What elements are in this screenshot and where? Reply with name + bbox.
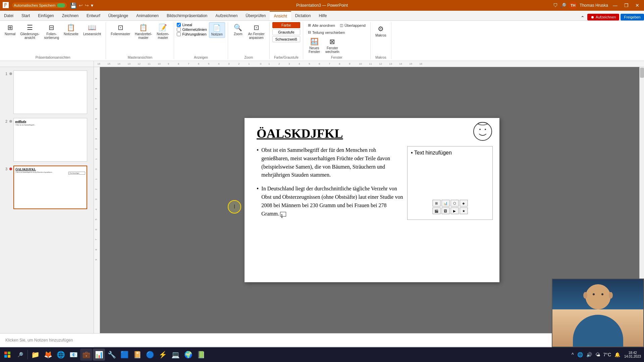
taskbar-app13[interactable]: 🌍 (182, 349, 194, 361)
teilung-button[interactable]: ⊟ Teilung verschieben (306, 29, 347, 36)
makros-button[interactable]: ⚙ Makros (373, 23, 388, 39)
handzettelmaster-button[interactable]: 📋 Handzettel- master (133, 22, 154, 41)
gitternetz-checkbox-label[interactable]: Gitternetzlinien (177, 27, 207, 32)
tab-uebergaenge[interactable]: Übergänge (104, 11, 132, 20)
fenster-wechseln-button[interactable]: ⊠ Fenster wechseln (323, 36, 341, 55)
taskbar-app8[interactable]: 🟦 (118, 349, 130, 361)
slide-preview-3[interactable]: ÖALSKDJFKL • Obst ist ein Sammelbegriff … (13, 166, 87, 209)
ribbon-collapse-icon[interactable]: ⌃ (578, 15, 587, 20)
tab-zeichnen[interactable]: Zeichnen (58, 11, 83, 20)
notizen-button[interactable]: 📄 Notizen (209, 22, 225, 38)
taskbar-app10[interactable]: 🔵 (144, 349, 156, 361)
undo-icon[interactable]: ↩ (79, 3, 83, 8)
insert-media-icon[interactable]: 🎬 (432, 207, 440, 214)
insert-video-icon[interactable]: ▶ (450, 207, 459, 214)
bullet-2-text[interactable]: In Deutschland liegt der durchschnittlic… (261, 185, 403, 218)
normal-label: Normal (5, 32, 15, 36)
folienmaster-button[interactable]: ⊡ Folienmaster (109, 22, 132, 37)
close-button[interactable]: ✕ (633, 3, 641, 8)
neues-fenster-button[interactable]: 🪟 Neues Fenster (306, 36, 323, 55)
insert-3d-icon[interactable]: ◈ (460, 200, 468, 206)
graustufe-button[interactable]: Graustufe (272, 29, 300, 35)
insert-table-icon[interactable]: ⊞ (432, 200, 440, 206)
gliederungsansicht-button[interactable]: ☰ Gliederungs- ansicht (18, 22, 41, 41)
taskbar-app11[interactable]: ⚡ (157, 349, 169, 361)
taskbar-explorer[interactable]: 📁 (29, 349, 41, 361)
aufzeichnen-button[interactable]: ⏺ Aufzeichnen (587, 14, 620, 20)
an-fenster-button[interactable]: ⊡ An Fenster anpassen (246, 22, 267, 41)
insert-icon-icon[interactable]: ★ (460, 207, 468, 214)
fuehrung-checkbox[interactable] (177, 32, 181, 36)
taskbar-app12[interactable]: 💻 (169, 349, 181, 361)
fuehrung-checkbox-label[interactable]: Führungslinien (177, 32, 207, 36)
taskbar-chrome[interactable]: 🌐 (55, 349, 67, 361)
taskbar-powerpoint[interactable]: 📊 (93, 349, 105, 361)
slide-preview-1[interactable] (13, 70, 87, 114)
tab-animationen[interactable]: Animationen (132, 11, 163, 20)
tab-start[interactable]: Start (17, 11, 34, 20)
leseansicht-button[interactable]: 📖 Leseansicht (81, 22, 103, 37)
tab-ueberpruefen[interactable]: Überprüfen (241, 11, 270, 20)
slide-sidebar[interactable]: • Text hinzufügen ⊞ 📊 ⬡ ◈ 🎬 🖼 ▶ ★ (407, 146, 493, 220)
sidebar-placeholder[interactable]: • Text hinzufügen (411, 150, 452, 156)
autosave-switch[interactable] (57, 3, 65, 7)
freigeben-button[interactable]: Freigeben (621, 14, 644, 20)
tray-chevron-icon[interactable]: ^ (571, 351, 575, 358)
taskbar-outlook[interactable]: 📧 (67, 349, 79, 361)
tray-volume-icon[interactable]: 🔊 (585, 351, 593, 358)
ueberlappend-button[interactable]: ◫ Überlappend (338, 22, 368, 28)
autosave-toggle[interactable]: Automatisches Speichern (12, 3, 67, 8)
taskbar-firefox[interactable]: 🦊 (42, 349, 54, 361)
foliensortierung-button[interactable]: ⊟ Folien- sortierung (42, 22, 61, 41)
alle-anordnen-button[interactable]: ⊞ Alle anordnen (306, 22, 337, 28)
zoom-button[interactable]: 🔍 Zoom (231, 22, 246, 37)
gitternetz-checkbox[interactable] (177, 27, 181, 32)
slide-title[interactable]: ÖALSKDJFKL (257, 126, 343, 140)
tab-dictation[interactable]: Dictation (291, 11, 315, 20)
taskbar-teams[interactable]: 💼 (80, 349, 92, 361)
user-avatar[interactable]: TH (569, 1, 577, 9)
start-button[interactable] (1, 349, 13, 361)
slide-preview-2[interactable]: asdfkafa • Obst ist ein Sammelbegriff... (13, 118, 87, 162)
save-icon[interactable]: 💾 (70, 2, 77, 9)
notizenmaster-icon: 📝 (159, 23, 167, 32)
tray-network-icon[interactable]: 🌐 (576, 351, 584, 358)
slide-thumb-3[interactable]: 3 ÖALSKDJFKL • Obst ist ein Sammelbegrif… (1, 165, 92, 210)
taskbar-excel[interactable]: 📗 (195, 349, 207, 361)
search-icon[interactable]: 🔎 (560, 3, 566, 8)
notizseite-button[interactable]: 📋 Notizseite (62, 22, 80, 37)
taskbar-onenote[interactable]: 📔 (131, 349, 143, 361)
restore-button[interactable]: ❐ (622, 3, 631, 8)
taskbar-search-button[interactable]: 🔎 (14, 349, 26, 361)
redo-icon[interactable]: ↪ (85, 3, 89, 8)
tab-bildschirm[interactable]: Bildschirmpräsentation (163, 11, 211, 20)
tab-aufzeichnen[interactable]: Aufzeichnen (211, 11, 241, 20)
tray-notification-icon[interactable]: 🔔 (613, 351, 621, 358)
more-icon[interactable]: ▾ (91, 3, 93, 8)
tab-ansicht[interactable]: Ansicht (270, 11, 291, 20)
lineal-checkbox-label[interactable]: Lineal (177, 23, 207, 27)
notes-area[interactable]: Klicken Sie, um Notizen hinzuzufügen (0, 333, 644, 347)
taskbar-app7[interactable]: 🔧 (106, 349, 118, 361)
farbe-button[interactable]: Farbe (272, 22, 300, 28)
slide-thumb-2[interactable]: 2 asdfkafa • Obst ist ein Sammelbegriff.… (1, 117, 92, 162)
notizenmaster-button[interactable]: 📝 Notizen- master (155, 22, 171, 41)
insert-chart-icon[interactable]: 📊 (441, 200, 449, 206)
tab-entwurf[interactable]: Entwurf (83, 11, 104, 20)
lineal-checkbox[interactable] (177, 23, 181, 27)
slide-thumb-1[interactable]: 1 (1, 70, 92, 115)
notes-placeholder[interactable]: Klicken Sie, um Notizen hinzuzufügen (5, 338, 73, 343)
minimize-button[interactable]: — (611, 3, 620, 8)
tab-hilfe[interactable]: Hilfe (315, 11, 331, 20)
scrollbar-thumb-v[interactable] (640, 68, 644, 78)
schwarzweiss-button[interactable]: Schwarzweiß (272, 36, 300, 42)
slide-canvas[interactable]: ÖALSKDJFKL • Obst ist ein Sammelbegriff … (245, 118, 499, 282)
insert-image-icon[interactable]: 🖼 (441, 207, 449, 214)
fenster-label: Fenster (306, 55, 368, 59)
tab-einfuegen[interactable]: Einfügen (34, 11, 58, 20)
tab-datei[interactable]: Datei (0, 11, 17, 20)
insert-smartart-icon[interactable]: ⬡ (450, 200, 459, 206)
bullet-1-text[interactable]: Obst ist ein Sammelbegriff der für den M… (261, 146, 403, 179)
tray-clock[interactable]: 18:42 14.01.2023 (623, 351, 643, 358)
normal-button[interactable]: ⊞ Normal (3, 22, 17, 37)
